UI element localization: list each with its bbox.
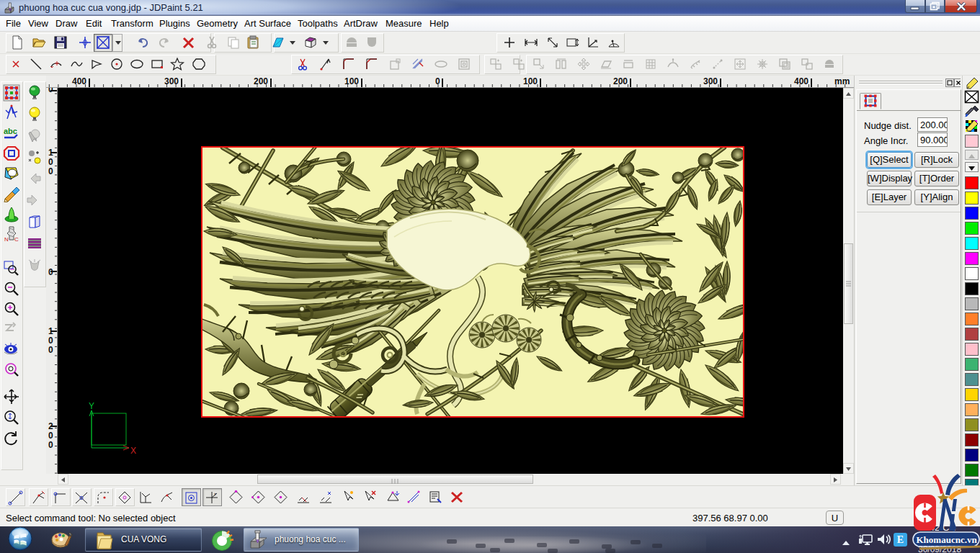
svg-text:0: 0	[48, 157, 53, 167]
svg-text:100: 100	[523, 76, 538, 86]
svg-text:300: 300	[703, 76, 718, 86]
svg-text:300: 300	[164, 76, 179, 86]
svg-text:0: 0	[48, 345, 53, 355]
svg-text:0: 0	[48, 166, 53, 176]
svg-text:z: z	[214, 492, 216, 496]
svg-text:0: 0	[48, 431, 53, 441]
svg-text:400: 400	[794, 76, 808, 86]
svg-text:mm: mm	[834, 76, 850, 86]
svg-text:200: 200	[613, 76, 628, 86]
svg-text:0: 0	[48, 336, 53, 346]
svg-text:100: 100	[344, 76, 359, 86]
svg-text:Khomaucnc.vn: Khomaucnc.vn	[917, 534, 978, 545]
svg-text:400: 400	[72, 76, 86, 86]
svg-text:N: N	[4, 236, 9, 243]
svg-text:abc: abc	[4, 127, 17, 135]
svg-text:0: 0	[435, 76, 440, 86]
svg-text:C: C	[14, 236, 19, 243]
svg-text:200: 200	[254, 76, 268, 86]
svg-text:X: X	[130, 446, 136, 456]
svg-text:0: 0	[48, 440, 53, 450]
